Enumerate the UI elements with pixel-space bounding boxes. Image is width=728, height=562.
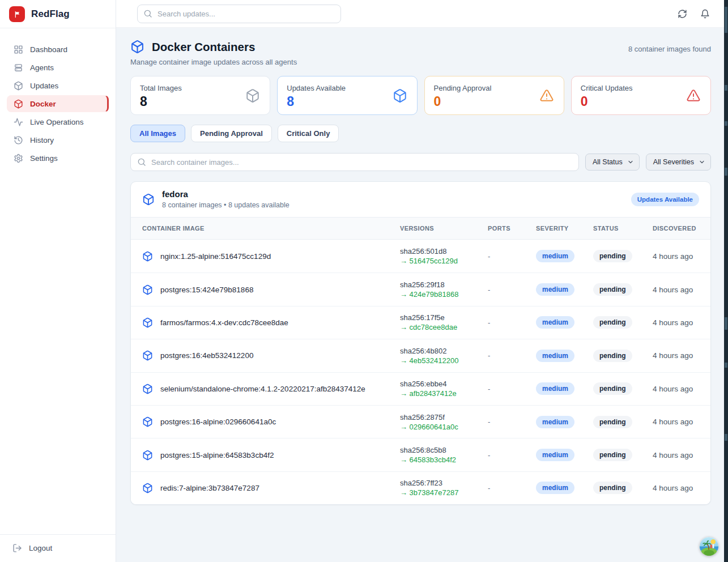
version-new: → 516475cc129d: [400, 256, 488, 266]
version-new: → cdc78cee8dae: [400, 322, 488, 332]
filter-row: All Status All Severities: [130, 153, 711, 171]
image-count-text: 8 container images found: [628, 45, 711, 53]
col-status: STATUS: [593, 225, 653, 232]
table-row[interactable]: postgres:15:424e79b81868 sha256:29f18 → …: [131, 273, 710, 305]
grid-icon: [14, 45, 23, 54]
docker-cube-icon: [14, 99, 23, 109]
table-row[interactable]: redis:7-alpine:3b73847e7287 sha256:7ff23…: [131, 471, 710, 504]
version-new: → 4eb532412200: [400, 356, 488, 365]
status-badge: pending: [593, 350, 632, 362]
container-cube-icon: [142, 483, 153, 493]
sidebar-item-label: Live Operations: [30, 118, 84, 126]
sidebar-item-settings[interactable]: Settings: [7, 150, 109, 167]
container-image-name: redis:7-alpine:3b73847e7287: [160, 484, 259, 492]
stat-card-critical-updates: Critical Updates 0: [571, 76, 711, 115]
page-title: Docker Containers: [152, 40, 255, 54]
ports-value: -: [488, 252, 536, 261]
package-icon: [14, 81, 23, 91]
version-current: sha256:17f5e: [400, 313, 488, 322]
docker-cube-icon: [130, 40, 144, 54]
version-new: → afb28437412e: [400, 389, 488, 398]
discovered-value: 4 hours ago: [653, 286, 699, 294]
sidebar: RedFlag Dashboard Agents Updates: [0, 0, 116, 562]
package-icon: [245, 88, 260, 103]
status-badge: pending: [593, 449, 632, 461]
warning-triangle-icon: [539, 88, 554, 103]
stat-label: Total Images: [140, 84, 261, 92]
severity-badge: medium: [536, 416, 574, 428]
chevron-down-icon: [627, 159, 634, 165]
version-current: sha256:ebbe4: [400, 379, 488, 389]
page-subtitle: Manage container image updates across al…: [130, 58, 297, 66]
app-logo[interactable]: RedFlag: [0, 0, 116, 28]
bell-icon[interactable]: [700, 9, 710, 19]
global-search: [137, 5, 341, 23]
logout-icon: [12, 543, 22, 553]
table-row[interactable]: postgres:15-alpine:64583b3cb4f2 sha256:8…: [131, 438, 710, 471]
severity-badge: medium: [536, 350, 574, 362]
stat-label: Critical Updates: [581, 84, 701, 92]
version-current: sha256:7ff23: [400, 478, 488, 488]
sidebar-item-dashboard[interactable]: Dashboard: [7, 41, 109, 58]
container-cube-icon: [142, 450, 153, 461]
sidebar-item-label: History: [30, 136, 54, 144]
version-new: → 64583b3cb4f2: [400, 455, 488, 465]
container-image-name: postgres:15:424e79b81868: [160, 286, 253, 294]
sidebar-item-updates[interactable]: Updates: [7, 77, 109, 94]
severity-badge: medium: [536, 316, 574, 329]
container-search-input[interactable]: [130, 153, 579, 171]
stat-card-total-images: Total Images 8: [130, 76, 270, 115]
package-icon: [393, 88, 407, 103]
discovered-value: 4 hours ago: [653, 484, 699, 492]
app-root: RedFlag Dashboard Agents Updates: [0, 0, 728, 562]
severity-select-value: All Severities: [653, 158, 694, 166]
global-search-input[interactable]: [137, 5, 341, 23]
ports-value: -: [488, 451, 536, 459]
warning-triangle-icon: [686, 88, 701, 103]
status-badge: pending: [593, 283, 632, 296]
severity-badge: medium: [536, 449, 574, 461]
sidebar-item-live-operations[interactable]: Live Operations: [7, 113, 109, 130]
table-body: nginx:1.25-alpine:516475cc129d sha256:50…: [131, 240, 710, 504]
col-ports: PORTS: [488, 225, 536, 232]
col-discovered: DISCOVERED: [653, 225, 699, 232]
tab-pending-approval[interactable]: Pending Approval: [191, 125, 272, 142]
version-new: → 029660641a0c: [400, 422, 488, 432]
severity-select[interactable]: All Severities: [646, 154, 711, 171]
sidebar-item-label: Agents: [30, 63, 54, 72]
version-new: → 3b73847e7287: [400, 488, 488, 497]
discovered-value: 4 hours ago: [653, 351, 699, 360]
group-name: fedora: [162, 189, 290, 199]
container-image-name: postgres:16-alpine:029660641a0c: [160, 418, 276, 426]
sidebar-item-history[interactable]: History: [7, 131, 109, 148]
ports-value: -: [488, 418, 536, 426]
updates-available-badge: Updates Available: [631, 193, 699, 206]
logout-button[interactable]: Logout: [12, 543, 103, 553]
refresh-icon[interactable]: [678, 9, 687, 19]
status-select[interactable]: All Status: [585, 154, 640, 171]
ports-value: -: [488, 484, 536, 492]
table-row[interactable]: nginx:1.25-alpine:516475cc129d sha256:50…: [131, 240, 710, 273]
island-extension-icon[interactable]: [700, 537, 718, 556]
logout-label: Logout: [29, 544, 52, 552]
activity-icon: [14, 117, 23, 127]
sidebar-item-agents[interactable]: Agents: [7, 59, 109, 76]
table-row[interactable]: postgres:16:4eb532412200 sha256:4b802 → …: [131, 339, 710, 372]
tab-critical-only[interactable]: Critical Only: [278, 125, 339, 142]
table-row[interactable]: postgres:16-alpine:029660641a0c sha256:2…: [131, 405, 710, 438]
col-severity: SEVERITY: [536, 225, 593, 232]
sidebar-item-label: Updates: [30, 82, 58, 90]
sidebar-item-docker[interactable]: Docker: [7, 95, 109, 112]
version-current: sha256:2875f: [400, 412, 488, 422]
chevron-down-icon: [699, 159, 705, 165]
container-search: [130, 153, 579, 171]
table-row[interactable]: farmos/farmos:4.x-dev:cdc78cee8dae sha25…: [131, 306, 710, 339]
page-header: Docker Containers Manage container image…: [130, 40, 711, 66]
container-cube-icon: [142, 416, 153, 427]
tab-all-images[interactable]: All Images: [130, 125, 185, 142]
stat-card-pending-approval: Pending Approval 0: [424, 76, 564, 115]
table-row[interactable]: selenium/standalone-chrome:4.1.2-2022021…: [131, 372, 710, 405]
docker-cube-icon: [142, 193, 155, 206]
discovered-value: 4 hours ago: [653, 451, 699, 459]
app-name: RedFlag: [31, 8, 70, 20]
